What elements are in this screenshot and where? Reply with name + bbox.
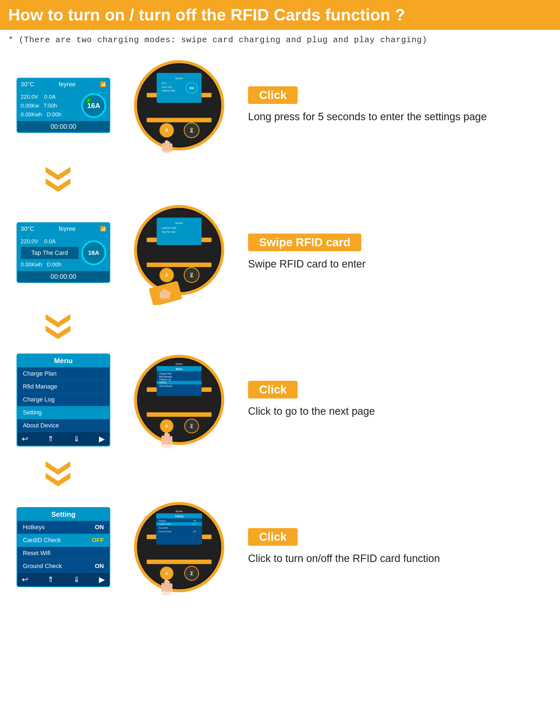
arrow-1b: ❯ (17, 175, 543, 195)
svg-text:ON: ON (193, 530, 196, 533)
step4-item-hotkeys: Hotkeys ON (17, 521, 109, 534)
svg-rect-19 (170, 143, 172, 152)
svg-text:Reset Wifi: Reset Wifi (159, 527, 168, 529)
steps-container: 30°C feyree 📶 220.0V 0.0A 0.00Kw T:00h 0… (0, 53, 560, 599)
svg-text:Rfid Manage: Rfid Manage (159, 376, 172, 378)
wifi-icon: 📶 (100, 81, 106, 87)
step-2-row: 30°C feyree 📶 220.0V 0.0A Tap The Card 0… (17, 200, 543, 305)
step1-badge: Click (248, 86, 297, 104)
step2-amp-circle: 16A (81, 240, 106, 265)
arrow-3b: ❯ (17, 469, 543, 489)
svg-text:Charge Log: Charge Log (159, 378, 171, 381)
nav-back: ↩ (22, 434, 28, 443)
step2-voltage-current: 220.0V 0.0A (21, 237, 79, 246)
step1-checkmark: ✓ (86, 98, 91, 103)
step4-item-groundcheck: Ground Check ON (17, 560, 109, 573)
nav-down-4: ⇓ (73, 575, 80, 584)
svg-text:Setting: Setting (175, 515, 184, 518)
step-1-row: 30°C feyree 📶 220.0V 0.0A 0.00Kw T:00h 0… (17, 53, 543, 158)
charger-svg-4: Setting Hotkeys ON CardID Check OFF Rese… (130, 495, 229, 599)
step1-temp: 30°C (21, 81, 34, 88)
charger-svg-3: Menu Charge Plan Rfid Manage Charge Log … (130, 347, 229, 452)
svg-text:Setting: Setting (159, 381, 166, 384)
step4-setting-title: Setting (17, 508, 109, 521)
svg-rect-58 (162, 435, 164, 445)
svg-text:Tap The Card: Tap The Card (162, 231, 175, 233)
step2-energy-day: 0.00Kwh D:00h (21, 260, 79, 269)
step4-item-resetwifi: Reset Wifi (17, 547, 109, 560)
step3-menu-item-4: About Device (17, 419, 109, 432)
svg-text:220V 0.0A: 220V 0.0A (162, 86, 173, 89)
svg-text:⏳: ⏳ (189, 127, 195, 133)
page-title: How to turn on / turn off the RFID Cards… (8, 5, 552, 25)
svg-rect-64 (147, 560, 212, 564)
step4-groundcheck-value: ON (95, 563, 104, 570)
svg-rect-83 (162, 583, 164, 592)
svg-rect-59 (167, 433, 170, 445)
step2-badge: Swipe RFID card (248, 234, 361, 251)
step4-hotkeys-value: ON (95, 524, 104, 531)
step4-badge: Click (248, 528, 297, 546)
svg-text:Menu: Menu (176, 368, 183, 370)
svg-text:feyree: feyree (176, 510, 183, 513)
step2-readings: 220.0V 0.0A Tap The Card 0.00Kwh D:00h (21, 237, 79, 269)
step1-clock: 00:00:00 (17, 121, 109, 132)
step-4-row: Setting Hotkeys ON CardID Check OFF Rese… (17, 495, 543, 599)
step1-device: feyree 30°C 220V 0.0A 0.00Kw T:00h 16A A… (127, 53, 232, 158)
step4-groundcheck-label: Ground Check (23, 563, 62, 570)
step2-device: feyree 0.00Kwh T:00h Tap The Card A ⏳ fe… (127, 200, 232, 305)
nav-fwd: ▶ (99, 434, 105, 443)
svg-text:ON: ON (193, 520, 196, 522)
svg-text:0.00Kwh T:00h: 0.00Kwh T:00h (162, 227, 177, 229)
step1-topbar: 30°C feyree 📶 (17, 79, 109, 90)
step3-badge: Click (248, 381, 297, 398)
svg-text:A: A (165, 128, 168, 133)
svg-text:⏳: ⏳ (189, 272, 195, 278)
svg-text:⏳: ⏳ (189, 424, 194, 429)
step4-screen: Setting Hotkeys ON CardID Check OFF Rese… (17, 507, 110, 587)
step1-text: Click Long press for 5 seconds to enter … (248, 86, 543, 124)
charger-svg-2: feyree 0.00Kwh T:00h Tap The Card A ⏳ fe… (130, 200, 229, 305)
nav-back-4: ↩ (22, 575, 28, 584)
step3-menu-item-0: Charge Plan (17, 367, 109, 380)
svg-rect-41 (147, 412, 212, 417)
svg-text:feyree: feyree (175, 221, 183, 224)
svg-text:0.00Kw T:00h: 0.00Kw T:00h (162, 90, 175, 92)
step3-menu-item-2: Charge Log (17, 393, 109, 406)
arrow-2b: ❯ (17, 322, 543, 342)
down-arrow-3b: ❯ (50, 469, 70, 490)
step4-resetwifi-label: Reset Wifi (23, 550, 50, 557)
step3-menu-item-3: Setting (17, 406, 109, 419)
svg-rect-85 (170, 583, 173, 592)
svg-text:OFF: OFF (192, 523, 196, 525)
svg-rect-18 (168, 141, 170, 151)
svg-text:Ground Check: Ground Check (159, 530, 172, 533)
step-3-row: Menu Charge Plan Rfid Manage Charge Log … (17, 347, 543, 452)
svg-text:⏳: ⏳ (189, 571, 194, 576)
step2-topbar: 30°C feyree 📶 (17, 223, 109, 235)
svg-text:A: A (165, 424, 168, 428)
svg-text:CardID Check: CardID Check (159, 523, 172, 525)
nav-up: ⇑ (47, 434, 54, 443)
svg-text:30°C: 30°C (162, 82, 167, 85)
svg-text:A: A (165, 272, 168, 277)
step2-clock: 00:00:00 (17, 271, 109, 282)
down-arrow-2b: ❯ (50, 322, 70, 342)
step1-energy-day: 0.00Kwh D:00h (21, 110, 79, 119)
step2-tap-label: Tap The Card (21, 247, 79, 259)
step3-navbar: ↩ ⇑ ⇓ ▶ (17, 432, 109, 446)
step3-text: Click Click to go to the next page (248, 381, 543, 419)
step4-hotkeys-label: Hotkeys (23, 524, 45, 531)
svg-text:Charge Plan: Charge Plan (159, 373, 172, 375)
step2-screen: 30°C feyree 📶 220.0V 0.0A Tap The Card 0… (17, 222, 110, 283)
nav-up-4: ⇑ (47, 575, 54, 584)
step1-description: Long press for 5 seconds to enter the se… (248, 109, 543, 124)
step2-amp-value: 16A (88, 249, 99, 256)
step1-screen: 30°C feyree 📶 220.0V 0.0A 0.00Kw T:00h 0… (17, 78, 110, 133)
charger-svg-1: feyree 30°C 220V 0.0A 0.00Kw T:00h 16A A… (130, 53, 229, 158)
step2-text: Swipe RFID card Swipe RFID card to enter (248, 234, 543, 271)
step3-screen: Menu Charge Plan Rfid Manage Charge Log … (17, 354, 110, 446)
svg-rect-23 (147, 263, 212, 267)
step4-item-cardid: CardID Check OFF (17, 534, 109, 547)
step4-text: Click Click to turn on/off the RFID card… (248, 528, 543, 566)
